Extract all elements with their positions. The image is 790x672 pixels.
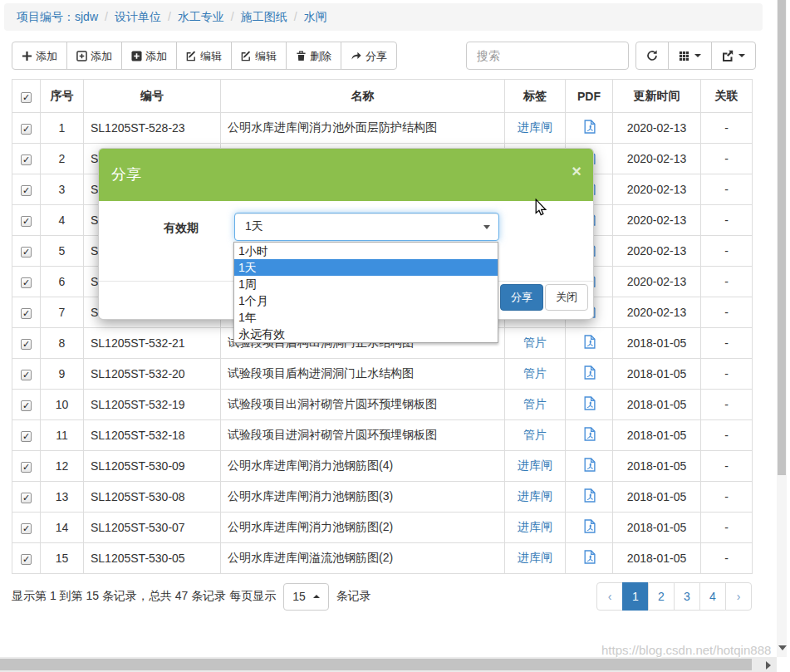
table-row: ✓12SL1205ST-530-09公明水库进库闸消力池钢筋图(4)进库闸201… <box>12 451 753 482</box>
tag-link[interactable]: 进库闸 <box>518 120 552 134</box>
row-checkbox[interactable]: ✓ <box>21 155 32 165</box>
tag-link[interactable]: 管片 <box>523 428 547 441</box>
tag-link[interactable]: 管片 <box>523 336 547 349</box>
name-cell: 试验段项目进洞衬砌管片圆环预埋钢板图 <box>221 420 505 451</box>
page-button[interactable]: 3 <box>674 582 700 611</box>
validity-select[interactable]: 1天 <box>234 213 499 241</box>
scroll-down-arrow-icon[interactable] <box>778 645 787 650</box>
pdf-icon[interactable] <box>583 120 596 134</box>
validity-label: 有效期 <box>164 221 199 236</box>
page-button[interactable]: 2 <box>648 582 675 611</box>
page-size-select[interactable]: 15 <box>283 583 329 611</box>
validity-option[interactable]: 1个月 <box>234 292 498 309</box>
validity-option[interactable]: 1周 <box>234 276 498 292</box>
date-cell: 2020-02-13 <box>613 174 701 205</box>
relation-cell: - <box>701 420 753 451</box>
horizontal-scrollbar-thumb[interactable] <box>0 659 752 670</box>
tag-link[interactable]: 进库闸 <box>518 551 552 564</box>
table-row: ✓15SL1205ST-530-05公明水库进库闸溢流池钢筋图(2)进库闸201… <box>12 543 753 574</box>
row-number: 15 <box>41 543 84 574</box>
row-checkbox[interactable]: ✓ <box>21 554 32 565</box>
row-checkbox[interactable]: ✓ <box>21 400 32 411</box>
column-header: PDF <box>566 80 613 113</box>
row-checkbox[interactable]: ✓ <box>21 308 32 319</box>
validity-select-value: 1天 <box>245 219 263 234</box>
row-number: 11 <box>41 420 84 451</box>
next-page-button[interactable]: › <box>725 582 752 611</box>
tag-link[interactable]: 进库闸 <box>518 459 552 472</box>
validity-option[interactable]: 1天 <box>234 259 498 276</box>
date-cell: 2018-01-05 <box>613 482 701 513</box>
search-input[interactable] <box>466 42 629 70</box>
tag-link[interactable]: 进库闸 <box>518 489 552 503</box>
refresh-button[interactable] <box>635 42 669 70</box>
breadcrumb-item[interactable]: 水闸 <box>304 10 327 23</box>
watermark: https://blog.csdn.net/hotqin888 <box>601 643 771 657</box>
add-button[interactable]: 添加 <box>12 42 67 70</box>
validity-option[interactable]: 1年 <box>234 309 498 326</box>
breadcrumb-item[interactable]: 项目编号：sjdw <box>17 10 98 23</box>
table-row: ✓14SL1205ST-530-07公明水库进库闸消力池钢筋图(2)进库闸201… <box>12 513 753 543</box>
pdf-icon[interactable] <box>583 550 596 564</box>
row-checkbox[interactable]: ✓ <box>21 431 32 442</box>
export-button[interactable] <box>711 42 756 70</box>
date-cell: 2020-02-13 <box>613 236 701 267</box>
page-button[interactable]: 1 <box>622 582 649 611</box>
row-checkbox[interactable]: ✓ <box>21 523 32 534</box>
row-checkbox[interactable]: ✓ <box>21 493 32 503</box>
pdf-icon[interactable] <box>583 335 596 349</box>
breadcrumb-item[interactable]: 设计单位 <box>115 10 161 23</box>
edit-button[interactable]: 编辑 <box>176 42 232 70</box>
validity-option[interactable]: 1小时 <box>234 243 498 259</box>
pdf-icon[interactable] <box>583 396 596 410</box>
relation-cell: - <box>701 482 753 513</box>
row-checkbox[interactable]: ✓ <box>21 247 32 258</box>
breadcrumb-separator: / <box>294 10 297 23</box>
code-cell: SL1205ST-532-21 <box>84 328 221 359</box>
add-button[interactable]: 添加 <box>121 42 177 70</box>
page-size-value: 15 <box>292 590 306 603</box>
row-checkbox[interactable]: ✓ <box>21 462 32 473</box>
row-checkbox[interactable]: ✓ <box>21 216 32 227</box>
row-checkbox[interactable]: ✓ <box>21 124 32 135</box>
table-row: ✓1SL1205ST-528-23公明水库进库闸消力池外面层防护结构图进库闸20… <box>12 113 753 144</box>
vertical-scrollbar-thumb[interactable] <box>778 0 786 475</box>
modal-close-button[interactable]: 关闭 <box>545 284 588 311</box>
delete-button[interactable]: 删除 <box>286 42 341 70</box>
close-icon[interactable]: × <box>572 163 581 179</box>
validity-option[interactable]: 永远有效 <box>234 326 498 342</box>
breadcrumb-item[interactable]: 施工图纸 <box>241 10 287 23</box>
columns-button[interactable] <box>668 42 712 70</box>
trash-icon <box>296 51 307 61</box>
pdf-icon[interactable] <box>583 458 596 472</box>
prev-page-button[interactable]: ‹ <box>596 582 623 611</box>
name-cell: 公明水库进库闸消力池钢筋图(2) <box>221 513 505 543</box>
row-number: 1 <box>41 113 84 144</box>
row-checkbox[interactable]: ✓ <box>21 370 32 380</box>
select-all-checkbox[interactable]: ✓ <box>21 92 32 103</box>
modal-share-button[interactable]: 分享 <box>500 284 543 311</box>
row-checkbox[interactable]: ✓ <box>21 277 32 288</box>
page-button[interactable]: 4 <box>699 582 726 611</box>
pdf-icon[interactable] <box>583 519 596 533</box>
row-number: 9 <box>41 359 84 390</box>
scroll-right-arrow-icon[interactable] <box>766 661 771 670</box>
row-checkbox[interactable]: ✓ <box>21 339 32 350</box>
share-button[interactable]: 分享 <box>341 42 397 70</box>
code-cell: SL1205ST-530-07 <box>84 513 221 543</box>
pdf-icon[interactable] <box>583 488 596 503</box>
relation-cell: - <box>701 359 753 390</box>
row-checkbox[interactable]: ✓ <box>21 185 32 196</box>
column-header: 名称 <box>221 80 505 113</box>
edit-button[interactable]: 编辑 <box>231 42 287 70</box>
pdf-icon[interactable] <box>583 365 596 380</box>
relation-cell: - <box>701 144 753 174</box>
add-button[interactable]: 添加 <box>66 42 122 70</box>
breadcrumb-item[interactable]: 水工专业 <box>178 10 224 23</box>
pdf-icon[interactable] <box>583 427 596 441</box>
tag-link[interactable]: 进库闸 <box>518 520 552 533</box>
row-number: 2 <box>41 144 84 174</box>
row-number: 8 <box>41 328 84 359</box>
tag-link[interactable]: 管片 <box>523 366 547 380</box>
tag-link[interactable]: 管片 <box>523 397 547 410</box>
